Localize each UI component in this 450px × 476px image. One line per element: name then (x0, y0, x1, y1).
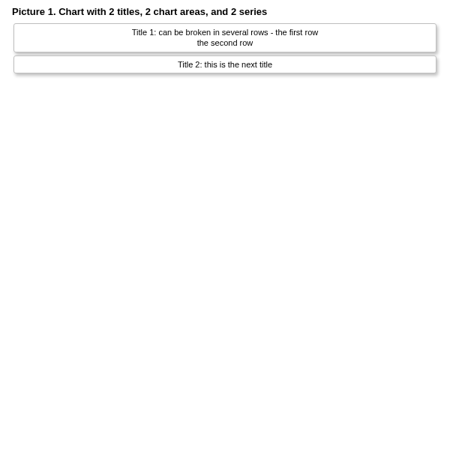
chart-title-2: Title 2: this is the next title (14, 55, 436, 73)
chart-title-1-line2: the second row (19, 37, 431, 48)
figure-caption: Picture 1. Chart with 2 titles, 2 chart … (0, 0, 450, 20)
chart-title-1: Title 1: can be broken in several rows -… (14, 23, 436, 52)
chart-title-1-line1: Title 1: can be broken in several rows -… (19, 27, 431, 37)
